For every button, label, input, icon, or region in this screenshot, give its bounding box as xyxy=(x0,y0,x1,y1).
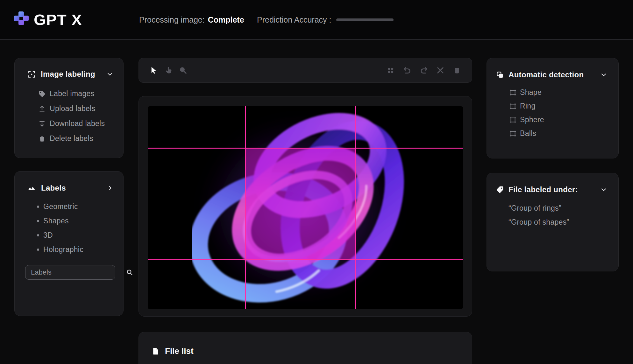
image-labeling-panel: Image labeling Label images Upload label… xyxy=(14,58,124,158)
search-icon[interactable] xyxy=(126,269,133,276)
trash-icon xyxy=(38,135,46,143)
canvas-toolbar xyxy=(139,58,472,83)
panel-title-labels: Labels xyxy=(41,184,66,192)
chevron-down-icon[interactable] xyxy=(600,71,608,79)
menu-item-upload-labels[interactable]: Upload labels xyxy=(27,101,114,116)
label-item-text: Shapes xyxy=(43,217,69,225)
scan-frame-icon xyxy=(27,70,36,79)
menu-item-label: Label images xyxy=(50,89,94,98)
chevron-right-icon[interactable] xyxy=(107,185,114,192)
bullet-dot xyxy=(37,248,39,251)
processing-status-label: Processing image: xyxy=(139,15,205,24)
label-item-holographic[interactable]: Holographic xyxy=(27,242,114,257)
grid-icon[interactable] xyxy=(385,64,397,76)
chevron-down-icon[interactable] xyxy=(106,70,114,78)
tag-icon xyxy=(496,186,504,194)
menu-item-label: Upload labels xyxy=(50,104,95,113)
panel-title-image-labeling: Image labeling xyxy=(41,70,95,79)
mountains-icon xyxy=(27,184,36,192)
bounding-box-icon xyxy=(509,116,517,124)
cursor-icon[interactable] xyxy=(148,64,160,76)
close-icon[interactable] xyxy=(434,64,446,76)
trash-icon[interactable] xyxy=(451,64,463,76)
bounding-box-icon xyxy=(509,130,517,137)
bullet-dot xyxy=(37,234,39,236)
file-labeled-panel: File labeled under: “Group of rings” “Gr… xyxy=(487,173,619,271)
tag-icon xyxy=(38,90,46,98)
redo-icon[interactable] xyxy=(418,64,430,76)
crosshair-vertical-1[interactable] xyxy=(245,106,246,309)
label-item-text: 3D xyxy=(43,231,53,240)
menu-item-label: Download labels xyxy=(50,119,105,128)
bullet-dot xyxy=(37,206,39,208)
crosshair-horizontal-2[interactable] xyxy=(148,259,463,260)
label-item-text: Holographic xyxy=(43,245,83,254)
upload-icon xyxy=(38,105,46,113)
labeled-image[interactable] xyxy=(148,106,463,309)
menu-item-label-images[interactable]: Label images xyxy=(27,86,114,101)
labels-search-input[interactable] xyxy=(25,268,126,276)
crosshair-vertical-2[interactable] xyxy=(355,106,356,309)
file-label-group-of-shapes[interactable]: “Group of shapes” xyxy=(496,215,608,229)
crosshair-horizontal-1[interactable] xyxy=(148,148,463,149)
detection-item-ring[interactable]: Ring xyxy=(496,99,608,113)
label-item-text: Geometric xyxy=(43,202,78,211)
menu-item-label: Delete labels xyxy=(50,134,93,143)
labels-search-box xyxy=(25,265,115,280)
bounding-box-icon xyxy=(509,102,517,110)
undo-icon[interactable] xyxy=(401,64,413,76)
detection-item-balls[interactable]: Balls xyxy=(496,127,608,140)
file-label-text: “Group of rings” xyxy=(509,204,561,213)
file-icon xyxy=(152,347,160,355)
menu-item-download-labels[interactable]: Download labels xyxy=(27,116,114,131)
app-header: GPT X Processing image: Complete Predict… xyxy=(0,0,633,40)
copy-icon xyxy=(496,71,504,79)
canvas-card xyxy=(139,96,472,317)
hand-pointer-icon[interactable] xyxy=(162,64,174,76)
panel-title-automatic-detection: Automatic detection xyxy=(509,70,584,79)
download-icon xyxy=(38,120,46,128)
detection-item-shape[interactable]: Shape xyxy=(496,86,608,99)
detection-item-label: Sphere xyxy=(520,116,544,124)
app-logo[interactable]: GPT X xyxy=(14,11,82,29)
automatic-detection-panel: Automatic detection Shape xyxy=(487,58,619,158)
processing-status-value: Complete xyxy=(208,15,244,24)
panel-title-file-labeled: File labeled under: xyxy=(509,185,578,194)
label-item-geometric[interactable]: Geometric xyxy=(27,200,114,214)
file-list-title: File list xyxy=(165,346,194,356)
prediction-accuracy-bar xyxy=(336,18,394,21)
selection-region[interactable] xyxy=(245,148,356,259)
menu-item-delete-labels[interactable]: Delete labels xyxy=(27,131,114,146)
prediction-accuracy-label: Prediction Accuracy : xyxy=(257,15,331,24)
bullet-dot xyxy=(37,220,39,222)
bounding-box-icon xyxy=(509,89,517,96)
detection-item-label: Ring xyxy=(520,102,536,110)
zoom-icon[interactable] xyxy=(177,64,189,76)
file-label-text: “Group of shapes” xyxy=(509,218,569,227)
file-label-group-of-rings[interactable]: “Group of rings” xyxy=(496,201,608,215)
logo-text: GPT X xyxy=(34,11,82,29)
detection-item-label: Balls xyxy=(520,129,536,138)
file-list-panel: File list xyxy=(139,332,472,364)
detection-item-label: Shape xyxy=(520,88,542,97)
labels-panel: Labels Geometric Shapes 3D Holographic xyxy=(14,171,124,316)
logo-squares-icon xyxy=(14,11,31,29)
detection-item-sphere[interactable]: Sphere xyxy=(496,113,608,127)
label-item-3d[interactable]: 3D xyxy=(27,228,114,242)
label-item-shapes[interactable]: Shapes xyxy=(27,214,114,228)
chevron-down-icon[interactable] xyxy=(600,186,608,193)
